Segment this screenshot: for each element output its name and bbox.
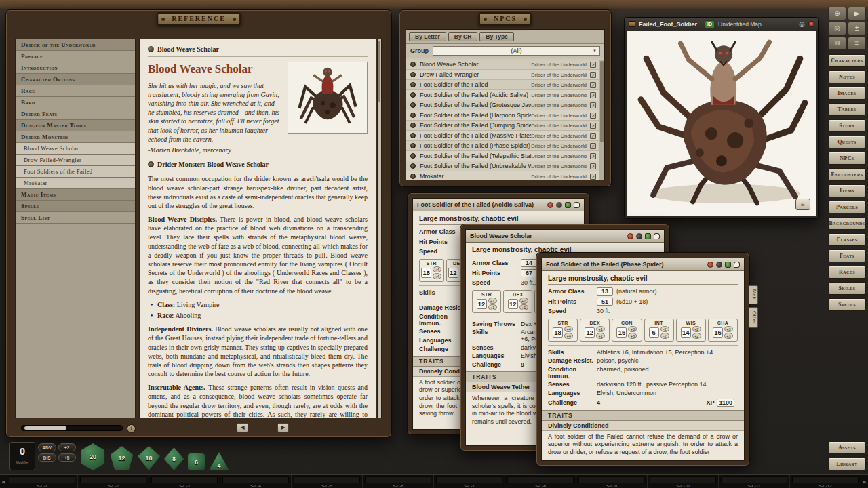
npc-list-item[interactable]: Foot Soldier of the Failed (Harpoon Spid… [406, 110, 599, 121]
hotkey-dropzone[interactable] [650, 476, 716, 483]
sidebar-button[interactable]: Items [828, 184, 866, 197]
npc-list-item[interactable]: Foot Soldier of the Failed (Grotesque Ja… [406, 100, 599, 110]
creature-artwork[interactable]: ≡ [627, 31, 816, 216]
modifier-pill-button[interactable]: +5 [58, 453, 77, 462]
window-titlebar[interactable]: Failed_Foot_Soldier ID Unidentified Map … [625, 18, 818, 31]
filter-tab[interactable]: By Type [479, 32, 513, 41]
open-link-icon[interactable]: ↗ [590, 72, 596, 78]
hotkey-slot[interactable]: S-C-6 [363, 475, 434, 488]
reference-window-plaque[interactable]: REFERENCE [157, 12, 241, 26]
id-badge[interactable]: ID [705, 20, 715, 28]
hotkey-slot[interactable]: S-C-10 [648, 475, 719, 488]
scrollbar-thumb[interactable] [600, 61, 604, 142]
armor-class-value[interactable]: 13 [597, 287, 613, 296]
sidebar-button[interactable]: Story [828, 119, 866, 132]
ability-score[interactable]: DEX 12 +1+1 [580, 319, 610, 342]
token-icon[interactable] [556, 202, 562, 208]
sidebar-tool-icon[interactable]: ▶ [848, 7, 866, 20]
sidebar-tool-icon[interactable]: ≡ [848, 37, 866, 50]
die[interactable]: 6 [188, 453, 205, 470]
open-link-icon[interactable]: ↗ [590, 143, 596, 149]
die[interactable]: 10 [138, 446, 160, 470]
layers-button[interactable]: ≡ [795, 199, 810, 210]
hotkey-dropzone[interactable] [9, 476, 75, 483]
prev-page-button[interactable]: ◀ [237, 423, 248, 432]
die[interactable]: 8 [164, 447, 184, 470]
npc-list-item[interactable]: Drow Failed-Wrangler Drider of the Under… [406, 70, 599, 80]
trait-name[interactable]: Divinely Conditioned [542, 421, 744, 431]
open-link-icon[interactable]: ↗ [590, 62, 596, 68]
npc-list-item[interactable]: Foot Soldier of the Failed (Massive Plat… [406, 131, 599, 141]
open-link-icon[interactable]: ↗ [590, 113, 596, 119]
reference-nav-item[interactable]: Spell List [16, 212, 135, 224]
npc-list-item[interactable]: Foot Soldier of the Failed (Jumping Spid… [406, 121, 599, 131]
hotkey-dropzone[interactable] [222, 476, 289, 483]
ability-score[interactable]: STR 18 +4+4 [548, 319, 578, 342]
xp-value[interactable]: 1100 [717, 399, 734, 407]
reference-nav-item[interactable]: Mrokatar [16, 178, 135, 189]
sidebar-tool-icon[interactable]: ◎ [828, 22, 846, 35]
reference-nav-item[interactable]: Bard [16, 97, 135, 108]
npc-list-item[interactable]: Foot Soldier of the Failed Drider of the… [406, 80, 599, 90]
sidebar-button[interactable]: Library [828, 458, 866, 470]
window-titlebar[interactable]: Blood Weave Scholar [466, 230, 664, 243]
hotkey-dropzone[interactable] [792, 476, 859, 483]
npc-list-item[interactable]: Foot Soldier of the Failed (Telepathic S… [406, 151, 599, 161]
open-link-icon[interactable]: ↗ [590, 174, 596, 180]
pin-icon[interactable] [808, 21, 814, 27]
hotkey-slot[interactable]: S-C-9 [576, 475, 648, 488]
window-titlebar[interactable]: Foot Soldier of the Failed (Acidic Saliv… [413, 199, 584, 211]
ability-score[interactable]: DEX 12 +1+1 [503, 290, 532, 313]
sidebar-tool-icon[interactable]: ± [848, 22, 866, 35]
hotkey-dropzone[interactable] [436, 476, 502, 483]
hotkey-dropzone[interactable] [151, 476, 218, 483]
npc-list-item[interactable]: Foot Soldier of the Failed (Acidic Saliv… [406, 90, 599, 100]
hotkey-slot[interactable]: S-C-2 [78, 475, 149, 488]
zoom-in-button[interactable]: + [127, 424, 136, 433]
window-titlebar[interactable]: Foot Soldier of the Failed (Phase Spider… [542, 258, 744, 271]
hotkey-slot[interactable]: S-C-1 [7, 475, 78, 488]
pin-icon[interactable] [547, 202, 553, 208]
reference-nav-item[interactable]: Preface [16, 51, 135, 62]
sidebar-button[interactable]: Parcels [828, 201, 866, 214]
reference-nav-item[interactable]: Drider Feats [16, 108, 135, 120]
pin-icon[interactable] [707, 262, 713, 268]
ability-score[interactable]: STR 12 +1+1 [472, 290, 501, 313]
sidebar-button[interactable]: Notes [828, 70, 866, 83]
hotkey-slot[interactable]: S-C-4 [220, 475, 292, 488]
sidebar-button[interactable]: NPCs [828, 152, 866, 165]
ability-score[interactable]: WIS 14 +2+2 [676, 319, 706, 342]
tab-other[interactable]: Other [749, 307, 758, 328]
reference-nav-item[interactable]: Magic Items [16, 189, 135, 201]
chat-icon[interactable] [734, 262, 740, 268]
hotkey-dropzone[interactable] [365, 476, 431, 483]
npc-list-item[interactable]: Blood Weave Scholar Drider of the Underw… [406, 60, 599, 70]
hotkey-dropzone[interactable] [294, 476, 360, 483]
hit-points-value[interactable]: 67 [521, 269, 537, 277]
id-icon[interactable] [645, 233, 651, 239]
npc-list-item[interactable]: Foot Soldier of the Failed (Phase Spider… [406, 141, 599, 151]
filter-tab[interactable]: By Letter [409, 32, 446, 41]
open-link-icon[interactable]: ↗ [590, 163, 596, 169]
npc-list-item[interactable]: Mrokatar Drider of the Underworld ↗ [406, 171, 599, 180]
open-link-icon[interactable]: ↗ [590, 92, 596, 98]
sidebar-button[interactable]: Characters [828, 54, 866, 67]
slider-knob[interactable] [24, 426, 66, 430]
open-link-icon[interactable]: ↗ [590, 102, 596, 108]
open-link-icon[interactable]: ↗ [590, 82, 596, 88]
sidebar-button[interactable]: Tables [828, 103, 866, 116]
reference-nav-item[interactable]: Drider of the Underworld [16, 39, 135, 51]
die[interactable]: 12 [110, 446, 134, 470]
reference-nav-item[interactable]: Blood Weave Scholar [16, 143, 135, 155]
modifier-pill-button[interactable]: DIS [38, 453, 56, 462]
sidebar-tool-icon[interactable]: ⊕ [828, 7, 846, 20]
tab-main[interactable]: Main [749, 285, 758, 304]
open-link-icon[interactable]: ↗ [590, 123, 596, 129]
modifier-pill-button[interactable]: +2 [58, 443, 77, 451]
hotkey-slot[interactable]: S-C-11 [719, 475, 790, 488]
sidebar-button[interactable]: Encounters [828, 168, 866, 181]
hotkey-slot[interactable]: S-C-12 [790, 475, 861, 488]
scrollbar-thumb[interactable] [378, 41, 380, 102]
hotkey-dropzone[interactable] [578, 476, 645, 483]
sidebar-button[interactable]: Skills [828, 282, 866, 295]
